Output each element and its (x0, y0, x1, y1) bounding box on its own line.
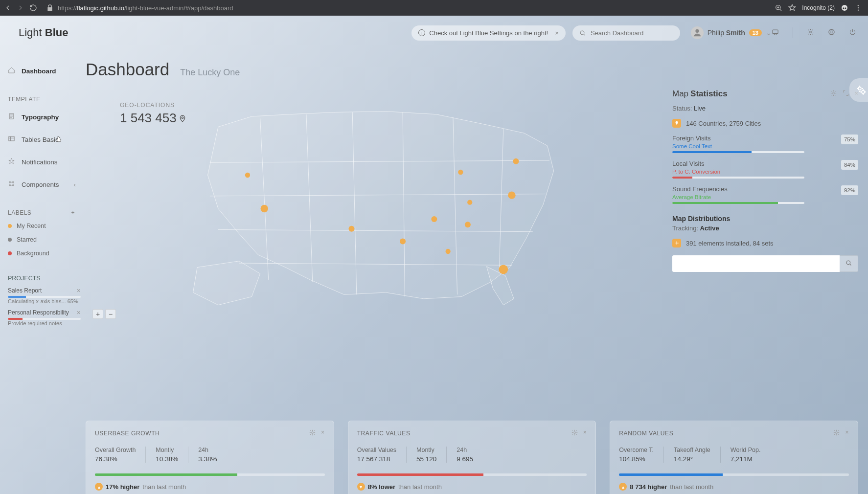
close-icon[interactable]: × (77, 287, 81, 294)
sidebar-item-label: Tables Basic (22, 136, 59, 143)
project-personal[interactable]: Personal Responsibility× Provide require… (8, 309, 81, 327)
svg-point-32 (676, 243, 678, 244)
zoom-in-button[interactable]: + (92, 309, 103, 319)
search-field[interactable] (591, 29, 673, 37)
chevron-down-icon: ⌄ (766, 29, 772, 37)
card-stat: World Pop.7,211M (731, 447, 771, 463)
svg-rect-13 (9, 136, 14, 141)
card-trend: ▴17% higher than last month (95, 483, 325, 491)
svg-point-33 (846, 261, 850, 265)
lock-icon (46, 4, 54, 12)
card-stat: Overall Growth76.38% (95, 447, 146, 463)
sidebar-item-dashboard[interactable]: Dashboard (8, 60, 81, 82)
label-starred[interactable]: Starred (8, 233, 81, 247)
cards-row: USERBASE GROWTH × Overall Growth76.38%Mo… (86, 421, 858, 494)
map-search-input[interactable] (672, 255, 840, 272)
close-icon[interactable]: × (583, 429, 587, 438)
stat-foreign: Foreign Visits 75% Some Cool Text (672, 135, 858, 153)
sidebar-item-typography[interactable]: Typography (8, 106, 81, 128)
user-name: Philip Smith (708, 29, 745, 37)
star-icon[interactable] (788, 4, 796, 12)
gear-icon[interactable] (830, 90, 837, 98)
svg-point-15 (12, 181, 14, 183)
dot-icon (8, 251, 12, 255)
card-1: TRAFFIC VALUES × Overall Values17 567 31… (348, 421, 596, 494)
card-stat: Montly10.38% (156, 447, 188, 463)
sidebar-item-notifications[interactable]: Notifications (8, 151, 81, 173)
svg-point-6 (858, 9, 859, 10)
zoom-out-button[interactable]: − (105, 309, 116, 319)
svg-point-21 (400, 238, 406, 244)
search-icon (579, 29, 586, 37)
sidebar-header-template: TEMPLATE (8, 96, 81, 103)
info-icon: i (418, 29, 425, 36)
close-icon[interactable]: × (77, 309, 81, 316)
menu-icon[interactable] (854, 4, 862, 12)
project-sales[interactable]: Sales Report× Calculating x-axis bias...… (8, 287, 81, 305)
close-icon[interactable]: × (845, 429, 849, 438)
url[interactable]: https://flatlogic.github.io/light-blue-v… (58, 4, 233, 12)
dot-icon (8, 238, 12, 242)
svg-point-25 (465, 222, 471, 227)
svg-point-27 (508, 191, 515, 199)
svg-point-4 (858, 5, 859, 6)
gear-icon[interactable] (833, 429, 840, 438)
svg-point-37 (858, 87, 861, 90)
gear-icon[interactable] (309, 429, 316, 438)
stat-sound: Sound Frequencies 92% Average Bitrate (672, 185, 858, 204)
user-menu[interactable]: Philip Smith 13 ⌄ (691, 26, 772, 39)
elements-row: 391 elements installed, 84 sets (672, 239, 858, 247)
page-subtitle: The Lucky One (180, 67, 240, 78)
svg-point-17 (12, 184, 14, 186)
sidebar-item-components[interactable]: Components ‹ (8, 173, 81, 196)
close-icon[interactable]: × (555, 29, 559, 37)
label-background[interactable]: Background (8, 247, 81, 260)
close-icon[interactable]: × (321, 429, 325, 438)
page-title: Dashboard The Lucky One (86, 60, 858, 79)
sidebar-item-tables[interactable]: Tables Basic (8, 128, 81, 151)
svg-point-34 (312, 432, 314, 434)
card-stat: Overall Values17 567 318 (357, 447, 407, 463)
zoom-icon[interactable] (775, 4, 782, 12)
chat-icon[interactable] (772, 28, 779, 38)
sidebar-header-projects: PROJECTS (8, 275, 81, 282)
reload-icon[interactable] (29, 4, 37, 12)
card-stat: Takeoff Angle14.29° (674, 447, 721, 463)
add-label-button[interactable]: + (71, 209, 75, 216)
pin-icon (179, 113, 186, 124)
gear-chip-icon (672, 239, 681, 247)
svg-point-20 (349, 226, 355, 232)
dot-icon (8, 224, 12, 228)
back-icon[interactable] (4, 4, 12, 12)
map-zoom: + − (92, 309, 116, 319)
map-distributions-title: Map Distributions (672, 215, 858, 223)
search-input[interactable] (572, 25, 680, 41)
map-search-button[interactable] (840, 255, 858, 272)
power-icon[interactable] (849, 28, 856, 38)
card-trend: ▾8% lower than last month (357, 483, 587, 491)
sidebar: Dashboard TEMPLATE Typography Tables Bas… (0, 60, 81, 331)
svg-point-22 (431, 216, 437, 222)
svg-point-5 (858, 7, 859, 8)
svg-point-8 (695, 29, 699, 33)
topbar: Light Blue i Check out Light Blue Settin… (0, 16, 868, 50)
forward-icon[interactable] (17, 4, 24, 12)
card-stat: 24h3.38% (198, 447, 227, 463)
label-recent[interactable]: My Recent (8, 219, 81, 233)
svg-point-24 (458, 170, 463, 175)
geo-value: 1 543 453 (120, 111, 186, 126)
svg-point-19 (261, 205, 268, 212)
settings-toggle[interactable] (849, 78, 868, 102)
incognito-icon[interactable] (841, 4, 848, 12)
svg-point-26 (467, 200, 472, 205)
brand[interactable]: Light Blue (19, 26, 69, 39)
globe-icon[interactable] (828, 28, 835, 38)
card-title: RANDOM VALUES (619, 430, 673, 437)
sidebar-item-label: Typography (22, 113, 59, 121)
gear-icon[interactable] (571, 429, 578, 438)
map-search (672, 255, 858, 272)
trend-icon: ▴ (619, 483, 627, 491)
expand-icon[interactable] (842, 90, 849, 98)
svg-point-35 (573, 432, 575, 434)
gear-icon[interactable] (807, 28, 814, 38)
